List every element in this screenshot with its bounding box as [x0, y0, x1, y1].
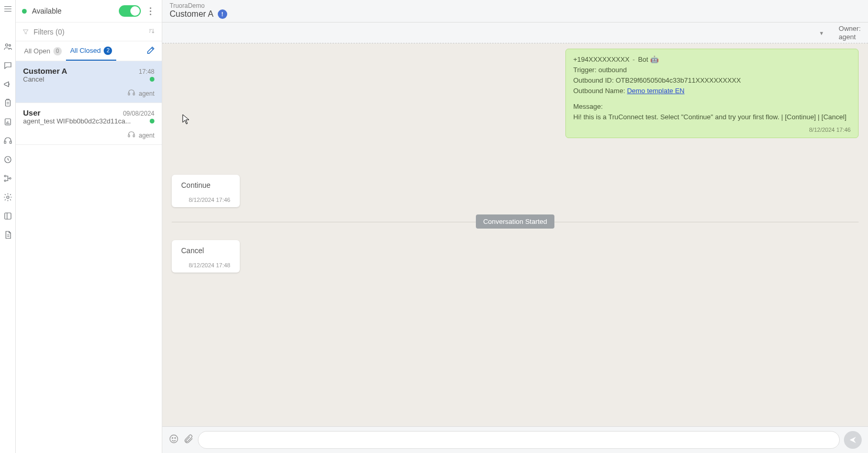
svg-rect-13 — [133, 93, 135, 95]
agent-icon — [127, 130, 136, 140]
clipboard-icon[interactable] — [2, 97, 14, 109]
panel-icon[interactable] — [2, 210, 14, 222]
owner-value: agent — [839, 33, 861, 41]
chat-header: TruoraDemo Customer A ! — [162, 0, 868, 22]
svg-rect-4 — [4, 141, 6, 144]
route-icon[interactable] — [2, 173, 14, 184]
conversation-time: 17:48 — [139, 68, 154, 75]
svg-point-16 — [170, 435, 178, 443]
alert-badge-icon: ! — [218, 9, 227, 19]
outbound-name-link[interactable]: Demo template EN — [627, 87, 685, 95]
svg-point-8 — [4, 180, 6, 182]
message-body: Hi! this is a TruConnect test. Select "C… — [573, 112, 851, 122]
owner-dropdown-icon[interactable]: ▼ — [819, 30, 824, 36]
send-button[interactable] — [844, 431, 862, 449]
chat-scroll[interactable]: +194XXXXXXXXX - Bot 🤖 Trigger: outbound … — [162, 43, 868, 427]
composer — [162, 426, 868, 453]
svg-rect-2 — [5, 100, 10, 106]
trigger-value: outbound — [598, 66, 627, 74]
conversation-name: Customer A — [23, 66, 139, 75]
conversation-list-panel: Available Filters (0) All Open 0 All Clo… — [16, 0, 162, 453]
tab-open-count: 0 — [53, 47, 62, 55]
availability-toggle[interactable] — [119, 5, 141, 17]
message-label: Message: — [573, 101, 851, 112]
chat-icon[interactable] — [2, 60, 14, 71]
tab-closed-label: All Closed — [70, 47, 101, 54]
conversation-time: 09/08/2024 — [123, 110, 154, 117]
emoji-icon[interactable] — [169, 434, 179, 446]
svg-rect-15 — [133, 135, 135, 137]
more-options-icon[interactable] — [145, 7, 155, 15]
funnel-icon — [22, 28, 29, 36]
cursor-icon — [182, 114, 190, 124]
divider-label: Conversation Started — [476, 214, 554, 229]
bubble-time: 8/12/2024 17:48 — [181, 262, 230, 268]
svg-rect-5 — [9, 141, 11, 144]
svg-point-0 — [5, 44, 8, 47]
conversation-preview: agent_test WIFbb0b0d2c32d11ca... — [23, 117, 146, 125]
bot-label: Bot 🤖 — [638, 54, 659, 65]
menu-icon[interactable] — [2, 3, 14, 15]
user-message-bubble: Cancel 8/12/2024 17:48 — [172, 240, 240, 273]
tab-all-closed[interactable]: All Closed 2 — [66, 41, 117, 61]
headset-icon[interactable] — [2, 135, 14, 146]
report-icon[interactable] — [2, 116, 14, 128]
bot-phone: +194XXXXXXXXX — [573, 54, 629, 65]
outbound-id-value: OTB29f605050b4c33b711XXXXXXXXXX — [616, 76, 741, 84]
bot-timestamp: 8/12/2024 17:46 — [573, 126, 851, 134]
outbound-name-label: Outbound Name: — [573, 87, 625, 95]
file-icon[interactable] — [2, 229, 14, 241]
agent-icon — [127, 88, 136, 98]
svg-rect-12 — [128, 93, 130, 95]
compose-icon[interactable] — [146, 46, 155, 56]
tab-all-open[interactable]: All Open 0 — [20, 41, 66, 61]
conversation-item[interactable]: Customer A 17:48 Cancel agent — [16, 61, 162, 103]
bot-dash: - — [632, 54, 635, 65]
bubble-text: Continue — [181, 181, 230, 189]
left-rail — [0, 0, 16, 453]
svg-point-7 — [4, 175, 6, 177]
owner-label: Owner: — [839, 25, 861, 33]
conversation-item[interactable]: User 09/08/2024 agent_test WIFbb0b0d2c32… — [16, 103, 162, 145]
presence-label: Available — [32, 7, 119, 15]
outbound-id-label: Outbound ID: — [573, 76, 614, 84]
workspace-name: TruoraDemo — [170, 2, 861, 9]
megaphone-icon[interactable] — [2, 78, 14, 90]
chat-main: TruoraDemo Customer A ! ▼ Owner: agent +… — [162, 0, 868, 453]
tab-open-label: All Open — [24, 47, 50, 55]
trigger-label: Trigger: — [573, 66, 596, 74]
sort-icon[interactable] — [147, 27, 155, 37]
clock-icon[interactable] — [2, 154, 14, 165]
status-dot-icon — [150, 77, 154, 82]
attachment-icon[interactable] — [183, 434, 194, 446]
tabs-row: All Open 0 All Closed 2 — [16, 41, 162, 61]
svg-rect-11 — [5, 213, 11, 219]
conversation-preview: Cancel — [23, 75, 146, 83]
conversation-list: Customer A 17:48 Cancel agent User 09/08… — [16, 61, 162, 453]
gear-icon[interactable] — [2, 191, 14, 203]
filters-row[interactable]: Filters (0) — [16, 22, 162, 41]
conversation-agent: agent — [139, 132, 154, 139]
svg-point-18 — [175, 438, 176, 439]
conversation-name: User — [23, 108, 123, 117]
conversation-agent: agent — [139, 90, 154, 97]
presence-row: Available — [16, 0, 162, 22]
user-message-bubble: Continue 8/12/2024 17:46 — [172, 175, 240, 207]
bubble-text: Cancel — [181, 246, 230, 255]
svg-rect-14 — [128, 135, 130, 137]
status-dot-icon — [150, 119, 154, 123]
svg-point-9 — [9, 178, 11, 179]
filters-label: Filters (0) — [34, 28, 147, 36]
owner-strip: ▼ Owner: agent — [162, 22, 868, 43]
system-divider: Conversation Started — [172, 214, 859, 229]
svg-point-17 — [172, 438, 173, 439]
people-icon[interactable] — [2, 41, 14, 52]
bubble-time: 8/12/2024 17:46 — [181, 197, 230, 203]
svg-point-10 — [6, 196, 9, 199]
message-input[interactable] — [198, 431, 840, 449]
presence-dot-icon — [22, 9, 27, 14]
chat-title: Customer A — [170, 9, 214, 19]
svg-point-1 — [9, 44, 10, 46]
tab-closed-count: 2 — [104, 47, 112, 55]
bot-message-card: +194XXXXXXXXX - Bot 🤖 Trigger: outbound … — [565, 49, 859, 139]
